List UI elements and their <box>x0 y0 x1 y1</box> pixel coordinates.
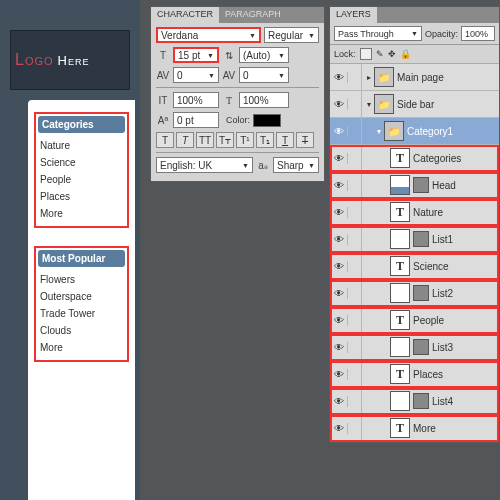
layer-list4[interactable]: 👁 List4 <box>330 388 499 415</box>
logo-strip: Logo Here <box>10 30 130 90</box>
layer-name: List1 <box>432 234 453 245</box>
visibility-toggle[interactable]: 👁 <box>330 180 348 191</box>
kerning-value: 0 <box>177 70 183 81</box>
layer-name: More <box>413 423 436 434</box>
visibility-toggle[interactable]: 👁 <box>330 99 348 110</box>
text-layer-icon: T <box>390 364 410 384</box>
layer-people[interactable]: 👁 TPeople <box>330 307 499 334</box>
superscript-button[interactable]: T¹ <box>236 132 254 148</box>
layer-nature[interactable]: 👁 TNature <box>330 199 499 226</box>
type-style-buttons: T T TT Tᴛ T¹ T₁ T T <box>156 132 319 148</box>
visibility-toggle[interactable]: 👁 <box>330 72 348 83</box>
language-select[interactable]: English: UK▼ <box>156 157 253 173</box>
allcaps-button[interactable]: TT <box>196 132 214 148</box>
list-item: Outerspace <box>40 288 123 305</box>
visibility-toggle[interactable]: 👁 <box>330 153 348 164</box>
layer-name: Main page <box>397 72 444 83</box>
mask-thumb <box>413 393 429 409</box>
visibility-toggle[interactable]: 👁 <box>330 369 348 380</box>
layer-group-main[interactable]: 👁 ▸📁Main page <box>330 64 499 91</box>
layer-places[interactable]: 👁 TPlaces <box>330 361 499 388</box>
layer-head[interactable]: 👁 Head <box>330 172 499 199</box>
subscript-button[interactable]: T₁ <box>256 132 274 148</box>
tracking-select[interactable]: 0▼ <box>239 67 289 83</box>
popular-box: Most Popular Flowers Outerspace Trade To… <box>34 246 129 362</box>
expand-arrow-icon[interactable]: ▾ <box>364 100 374 109</box>
layer-categories[interactable]: 👁 TCategories <box>330 145 499 172</box>
opacity-field[interactable]: 100% <box>461 26 495 41</box>
visibility-toggle[interactable]: 👁 <box>330 423 348 434</box>
hscale-field[interactable]: 100% <box>239 92 289 108</box>
folder-icon: 📁 <box>374 67 394 87</box>
layer-science[interactable]: 👁 TScience <box>330 253 499 280</box>
visibility-toggle[interactable]: 👁 <box>330 261 348 272</box>
layer-list3[interactable]: 👁 List3 <box>330 334 499 361</box>
kerning-select[interactable]: 0▼ <box>173 67 219 83</box>
character-panel: CHARACTER PARAGRAPH Verdana▼ Regular▼ T … <box>150 6 325 182</box>
layer-group-category1[interactable]: 👁 ▾📁Category1 <box>330 118 499 145</box>
underline-button[interactable]: T <box>276 132 294 148</box>
font-style-select[interactable]: Regular▼ <box>264 27 319 43</box>
font-size-value: 15 pt <box>178 50 200 61</box>
antialias-icon: aₐ <box>256 160 270 171</box>
visibility-toggle[interactable]: 👁 <box>330 207 348 218</box>
brush-icon[interactable]: ✎ <box>376 49 384 59</box>
categories-box: Categories Nature Science People Places … <box>34 112 129 228</box>
tab-character[interactable]: CHARACTER <box>151 7 219 23</box>
collapse-arrow-icon[interactable]: ▸ <box>364 73 374 82</box>
opacity-value: 100% <box>465 29 488 39</box>
visibility-toggle[interactable]: 👁 <box>330 342 348 353</box>
bold-button[interactable]: T <box>156 132 174 148</box>
font-family-select[interactable]: Verdana▼ <box>156 27 261 43</box>
italic-button[interactable]: T <box>176 132 194 148</box>
baseline-field[interactable]: 0 pt <box>173 112 219 128</box>
opacity-label: Opacity: <box>425 29 458 39</box>
layer-more[interactable]: 👁 TMore <box>330 415 499 442</box>
layer-thumb <box>390 337 410 357</box>
layer-group-sidebar[interactable]: 👁 ▾📁Side bar <box>330 91 499 118</box>
folder-icon: 📁 <box>374 94 394 114</box>
layer-name: Science <box>413 261 449 272</box>
text-layer-icon: T <box>390 148 410 168</box>
strike-button[interactable]: T <box>296 132 314 148</box>
leading-icon: ⇅ <box>222 50 236 61</box>
text-color-swatch[interactable] <box>253 114 281 127</box>
leading-select[interactable]: (Auto)▼ <box>239 47 289 63</box>
font-family-value: Verdana <box>161 30 198 41</box>
visibility-toggle[interactable]: 👁 <box>330 315 348 326</box>
layer-thumb <box>390 283 410 303</box>
visibility-toggle[interactable]: 👁 <box>330 126 348 137</box>
list-item: More <box>40 339 123 356</box>
chevron-down-icon: ▼ <box>278 52 285 59</box>
visibility-toggle[interactable]: 👁 <box>330 234 348 245</box>
layer-thumb <box>390 391 410 411</box>
kerning-icon: AV <box>156 70 170 81</box>
antialias-select[interactable]: Sharp▼ <box>273 157 319 173</box>
tab-layers[interactable]: LAYERS <box>330 7 377 23</box>
list-item: Nature <box>40 137 123 154</box>
tab-paragraph[interactable]: PARAGRAPH <box>219 7 287 23</box>
visibility-toggle[interactable]: 👁 <box>330 288 348 299</box>
lock-transparent-button[interactable] <box>360 48 372 60</box>
layer-list2[interactable]: 👁 List2 <box>330 280 499 307</box>
layer-name: List4 <box>432 396 453 407</box>
categories-heading: Categories <box>38 116 125 133</box>
document-preview: Logo Here Categories Nature Science Peop… <box>0 0 140 500</box>
visibility-toggle[interactable]: 👁 <box>330 396 348 407</box>
list-item: Places <box>40 188 123 205</box>
list-item: People <box>40 171 123 188</box>
expand-arrow-icon[interactable]: ▾ <box>374 127 384 136</box>
move-lock-icon[interactable]: ✥ <box>388 49 396 59</box>
layer-list1[interactable]: 👁 List1 <box>330 226 499 253</box>
lock-all-icon[interactable]: 🔒 <box>400 49 411 59</box>
vscale-field[interactable]: 100% <box>173 92 219 108</box>
smallcaps-button[interactable]: Tᴛ <box>216 132 234 148</box>
blend-mode-value: Pass Through <box>338 29 394 39</box>
blend-mode-select[interactable]: Pass Through▼ <box>334 26 422 41</box>
layer-thumb <box>390 229 410 249</box>
font-size-select[interactable]: 15 pt▼ <box>173 47 219 63</box>
popular-list: Flowers Outerspace Trade Tower Clouds Mo… <box>38 267 125 358</box>
list-item: Clouds <box>40 322 123 339</box>
baseline-icon: Aª <box>156 115 170 126</box>
chevron-down-icon: ▼ <box>278 72 285 79</box>
